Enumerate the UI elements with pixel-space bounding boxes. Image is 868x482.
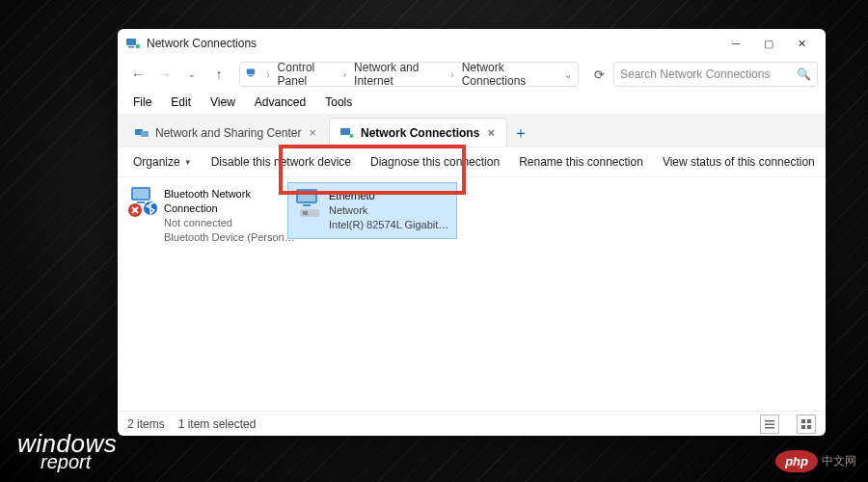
maximize-button[interactable]: ▢ xyxy=(752,33,785,54)
svg-rect-28 xyxy=(765,423,774,425)
tab-close-icon[interactable]: × xyxy=(307,125,318,140)
svg-point-8 xyxy=(350,134,354,138)
svg-rect-31 xyxy=(807,419,811,423)
cmd-view-status[interactable]: View status of this connection xyxy=(655,152,823,172)
tab-label: Network Connections xyxy=(361,126,479,140)
menu-tools[interactable]: Tools xyxy=(317,94,360,111)
menu-bar: File Edit View Advanced Tools xyxy=(118,91,826,114)
breadcrumb-network-connections[interactable]: Network Connections xyxy=(462,61,553,88)
cmd-diagnose[interactable]: Diagnose this connection xyxy=(363,152,507,172)
bluetooth-connection-icon xyxy=(127,185,160,218)
tab-label: Network and Sharing Center xyxy=(155,126,301,140)
svg-rect-1 xyxy=(128,46,134,48)
details-view-button[interactable] xyxy=(760,415,779,434)
svg-rect-7 xyxy=(340,128,350,135)
tab-network-sharing-center[interactable]: Network and Sharing Center × xyxy=(123,118,329,147)
search-box[interactable]: Search Network Connections 🔍 xyxy=(613,62,818,87)
titlebar: Network Connections ─ ▢ ✕ xyxy=(118,29,826,58)
watermark-php: php 中文网 xyxy=(775,450,856,472)
status-item-count: 2 items xyxy=(127,417,165,431)
status-bar: 2 items 1 item selected xyxy=(118,411,826,436)
forward-button[interactable]: → xyxy=(152,62,177,87)
recent-dropdown[interactable]: ⌄ xyxy=(179,62,204,87)
tab-close-icon[interactable]: × xyxy=(485,125,497,140)
network-connections-icon xyxy=(339,125,355,141)
svg-rect-29 xyxy=(765,427,774,429)
back-button[interactable]: ← xyxy=(125,62,150,87)
tab-network-connections[interactable]: Network Connections × xyxy=(329,118,507,147)
cmd-disable[interactable]: Disable this network device xyxy=(203,152,359,172)
window-title: Network Connections xyxy=(147,37,257,50)
menu-advanced[interactable]: Advanced xyxy=(247,94,313,111)
search-icon: 🔍 xyxy=(797,67,811,81)
breadcrumb-network-internet[interactable]: Network and Internet xyxy=(354,61,443,88)
svg-rect-6 xyxy=(141,131,149,137)
app-icon xyxy=(125,36,141,51)
menu-edit[interactable]: Edit xyxy=(163,94,199,111)
up-button[interactable]: ↑ xyxy=(206,62,231,87)
command-bar: Organize▼ Disable this network device Di… xyxy=(118,147,826,177)
menu-view[interactable]: View xyxy=(203,94,243,111)
svg-rect-0 xyxy=(126,39,136,45)
connection-name: Bluetooth Network Connection xyxy=(164,187,295,216)
network-connections-window: Network Connections ─ ▢ ✕ ← → ⌄ ↑ › Cont… xyxy=(118,29,826,436)
svg-point-2 xyxy=(136,44,141,49)
status-selected-count: 1 item selected xyxy=(178,417,257,431)
svg-rect-4 xyxy=(248,75,253,76)
svg-rect-30 xyxy=(801,419,805,423)
svg-rect-24 xyxy=(303,204,311,206)
cmd-organize[interactable]: Organize▼ xyxy=(125,152,200,172)
svg-rect-19 xyxy=(137,201,145,203)
minimize-button[interactable]: ─ xyxy=(719,33,752,54)
svg-rect-18 xyxy=(133,189,149,199)
connection-bluetooth[interactable]: Bluetooth Network Connection Not connect… xyxy=(125,183,299,248)
chevron-down-icon: ▼ xyxy=(184,158,192,167)
svg-rect-33 xyxy=(807,425,811,429)
menu-file[interactable]: File xyxy=(125,94,159,111)
navigation-bar: ← → ⌄ ↑ › Control Panel › Network and In… xyxy=(118,58,826,91)
svg-rect-3 xyxy=(247,68,255,74)
connection-status: Not connected xyxy=(164,216,295,230)
sharing-center-icon xyxy=(134,125,149,141)
large-icons-view-button[interactable] xyxy=(797,415,816,434)
connection-name: Ethernet0 xyxy=(329,189,450,203)
refresh-button[interactable]: ⟳ xyxy=(586,62,611,87)
tab-strip: Network and Sharing Center × Network Con… xyxy=(118,114,826,147)
search-placeholder: Search Network Connections xyxy=(620,67,770,81)
svg-rect-26 xyxy=(303,211,308,215)
watermark-windows-report: windows report xyxy=(17,433,117,470)
address-icon xyxy=(246,67,258,82)
connection-device: Intel(R) 82574L Gigabit Network C... xyxy=(329,218,450,232)
ethernet-connection-icon xyxy=(292,187,325,220)
content-area: Bluetooth Network Connection Not connect… xyxy=(118,177,826,411)
connection-device: Bluetooth Device (Personal Area ... xyxy=(164,230,295,245)
svg-rect-32 xyxy=(801,425,805,429)
breadcrumb-control-panel[interactable]: Control Panel xyxy=(278,61,336,88)
address-history-dropdown[interactable]: ⌄ xyxy=(564,69,572,80)
close-button[interactable]: ✕ xyxy=(785,33,818,54)
new-tab-button[interactable]: ＋ xyxy=(507,120,534,147)
svg-rect-23 xyxy=(298,191,315,201)
address-bar[interactable]: › Control Panel › Network and Internet ›… xyxy=(239,62,579,87)
connection-status: Network xyxy=(329,203,450,218)
connection-ethernet[interactable]: Ethernet0 Network Intel(R) 82574L Gigabi… xyxy=(287,182,457,239)
cmd-rename[interactable]: Rename this connection xyxy=(511,152,651,172)
svg-rect-27 xyxy=(765,420,774,422)
